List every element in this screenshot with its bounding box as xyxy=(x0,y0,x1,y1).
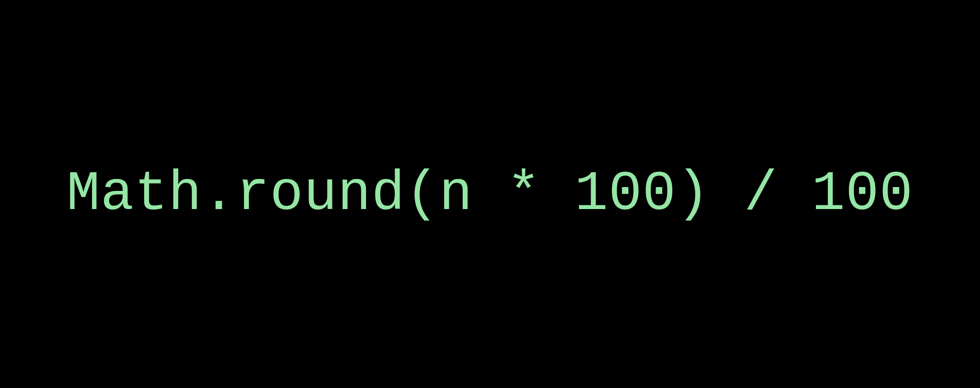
code-expression: Math.round(n * 100) / 100 xyxy=(67,163,913,226)
code-display-container: Math.round(n * 100) / 100 xyxy=(0,0,980,388)
